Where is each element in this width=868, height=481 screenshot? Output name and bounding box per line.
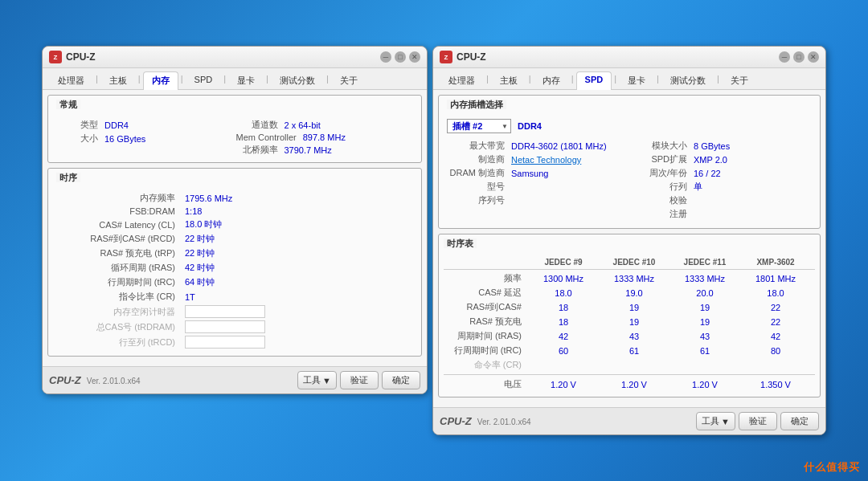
voltage-val-3: 1.350 V (740, 380, 811, 389)
right-bottom-logo-area: CPU-Z Ver. 2.01.0.x64 (440, 415, 531, 427)
right-tabs-bar: 处理器 | 主板 | 内存 | SPD | 显卡 | 测试分数 | 关于 (433, 68, 825, 90)
slot-select[interactable]: 插槽 #2 (447, 119, 511, 133)
week-year-row: 周次/年份 16 / 22 (629, 167, 812, 179)
verify-button-left[interactable]: 验证 (340, 371, 379, 389)
timing-value-0: 1795.6 MHz (185, 194, 232, 203)
timing-value-6: 64 时钟 (185, 276, 215, 288)
max-bw-row: 最大带宽 DDR4-3602 (1801 MHz) (447, 140, 629, 152)
tab-memory-right[interactable]: 内存 (534, 71, 569, 89)
minimize-btn-right[interactable]: ─ (779, 51, 790, 63)
timing-row-8: 内存空闲计时器 (56, 305, 413, 318)
voltage-val-1: 1.20 V (599, 380, 669, 389)
timing-label-2: CAS# Latency (CL) (56, 220, 185, 230)
timing-table-section-title: 时序表 (444, 238, 477, 248)
timing-label-8: 内存空闲计时器 (56, 306, 185, 318)
verify-button-right[interactable]: 验证 (739, 412, 777, 430)
module-size-value: 8 GBytes (694, 141, 730, 151)
timing-row-2: CAS# Latency (CL) 18.0 时钟 (56, 218, 413, 230)
tab-about-left[interactable]: 关于 (331, 71, 366, 89)
ok-button-left[interactable]: 确定 (382, 371, 420, 389)
timing-row-0: 内存频率 1795.6 MHz (56, 192, 413, 204)
col-header-2: JEDEC #11 (669, 258, 740, 267)
right-window: Z CPU-Z ─ □ ✕ 处理器 | 主板 | 内存 | SPD | 显卡 |… (432, 46, 826, 435)
register-label: 注册 (629, 208, 694, 220)
ras-pre-row: RAS# 预充电 18 19 19 22 (444, 316, 815, 328)
verify-row: 校验 (629, 194, 812, 206)
timing-value-5: 42 时钟 (185, 262, 215, 274)
left-bottom-logo: CPU-Z (49, 374, 81, 386)
tab-spd-left[interactable]: SPD (186, 71, 222, 89)
maximize-btn-right[interactable]: □ (793, 51, 805, 63)
close-btn-left[interactable]: ✕ (409, 51, 420, 63)
general-section: 常规 类型 DDR4 大小 16 GBytes (47, 95, 422, 163)
tab-score-left[interactable]: 测试分数 (271, 71, 324, 89)
cas-val-0: 18.0 (528, 288, 599, 298)
size-label: 大小 (56, 132, 104, 145)
freq-row-label: 频率 (444, 272, 528, 284)
timing-value-2: 18.0 时钟 (185, 218, 222, 230)
timing-label-5: 循环周期 (tRAS) (56, 262, 185, 274)
trc-val-1: 61 (599, 346, 669, 356)
tab-motherboard-right[interactable]: 主板 (491, 71, 526, 89)
memctrl-value: 897.8 MHz (303, 132, 346, 142)
tab-memory-left[interactable]: 内存 (143, 71, 178, 90)
trc-val-2: 61 (669, 346, 740, 356)
right-title-bar-left: Z CPU-Z (440, 51, 486, 63)
minimize-btn-left[interactable]: ─ (380, 51, 391, 63)
rank-value: 单 (694, 181, 702, 193)
week-year-label: 周次/年份 (629, 167, 694, 179)
watermark: 什么值得买 (804, 460, 860, 475)
channel-row: 通道数 2 x 64-bit (236, 119, 414, 131)
cas-val-1: 19.0 (599, 288, 669, 298)
voltage-label: 电压 (444, 378, 528, 390)
col-header-0: JEDEC #9 (528, 258, 599, 267)
tab-processor-right[interactable]: 处理器 (440, 71, 484, 89)
trc-row: 行周期时间 (tRC) 60 61 61 80 (444, 344, 815, 357)
slot-section-title: 内存插槽选择 (447, 100, 506, 109)
max-bw-label: 最大带宽 (447, 140, 511, 152)
timing-value-1: 1:18 (185, 206, 202, 216)
close-btn-right[interactable]: ✕ (808, 51, 819, 63)
tab-gpu-right[interactable]: 显卡 (619, 71, 654, 89)
tab-about-right[interactable]: 关于 (722, 71, 757, 89)
ras-pre-label: RAS# 预充电 (444, 316, 528, 328)
ras-cas-label: RAS#到CAS# (444, 301, 528, 313)
tools-button-left[interactable]: 工具 ▼ (297, 371, 337, 389)
title-buttons-right: ─ □ ✕ (779, 51, 819, 63)
spd-ext-label: SPD扩展 (629, 153, 694, 165)
nbfreq-label: 北桥频率 (236, 144, 285, 156)
timing-label-6: 行周期时间 (tRC) (56, 276, 185, 288)
slot-select-wrapper: 插槽 #2 (447, 119, 511, 133)
serial-label: 序列号 (447, 194, 511, 206)
tras-label: 周期时间 (tRAS) (444, 330, 528, 342)
cr-label: 命令率 (CR) (444, 359, 528, 371)
part-num-label: 型号 (447, 181, 511, 193)
tab-gpu-left[interactable]: 显卡 (228, 71, 264, 89)
cas-val-2: 20.0 (669, 288, 740, 298)
tab-motherboard-left[interactable]: 主板 (100, 71, 136, 89)
timing-value-10 (185, 336, 265, 349)
type-value: DDR4 (104, 120, 129, 130)
maximize-btn-left[interactable]: □ (395, 51, 406, 63)
timing-row-6: 行周期时间 (tRC) 64 时钟 (56, 276, 413, 288)
right-bottom-logo: CPU-Z (440, 415, 472, 427)
timing-label-1: FSB:DRAM (56, 206, 185, 216)
timing-label-3: RAS#到CAS# (tRCD) (56, 233, 185, 245)
part-num-row: 型号 (447, 181, 629, 193)
ok-button-right[interactable]: 确定 (780, 412, 819, 430)
timing-table-section: 时序表 JEDEC #9 JEDEC #10 JEDEC #11 XMP-360… (438, 234, 821, 397)
app-icon-right: Z (440, 51, 452, 63)
tab-processor-left[interactable]: 处理器 (49, 71, 93, 89)
rank-row: 行列 单 (629, 181, 812, 193)
tab-score-right[interactable]: 测试分数 (661, 71, 714, 89)
cas-val-3: 18.0 (740, 288, 811, 298)
app-icon-left: Z (49, 51, 62, 63)
tab-spd-right[interactable]: SPD (576, 71, 612, 90)
right-window-title: CPU-Z (457, 51, 486, 63)
left-bottom-bar: CPU-Z Ver. 2.01.0.x64 工具 ▼ 验证 确定 (43, 366, 427, 393)
title-buttons-left: ─ □ ✕ (380, 51, 420, 63)
left-bottom-logo-area: CPU-Z Ver. 2.01.0.x64 (49, 374, 141, 386)
left-bottom-version: Ver. 2.01.0.x64 (87, 377, 141, 385)
ras-pre-val-0: 18 (528, 317, 599, 327)
tools-button-right[interactable]: 工具 ▼ (696, 412, 735, 430)
